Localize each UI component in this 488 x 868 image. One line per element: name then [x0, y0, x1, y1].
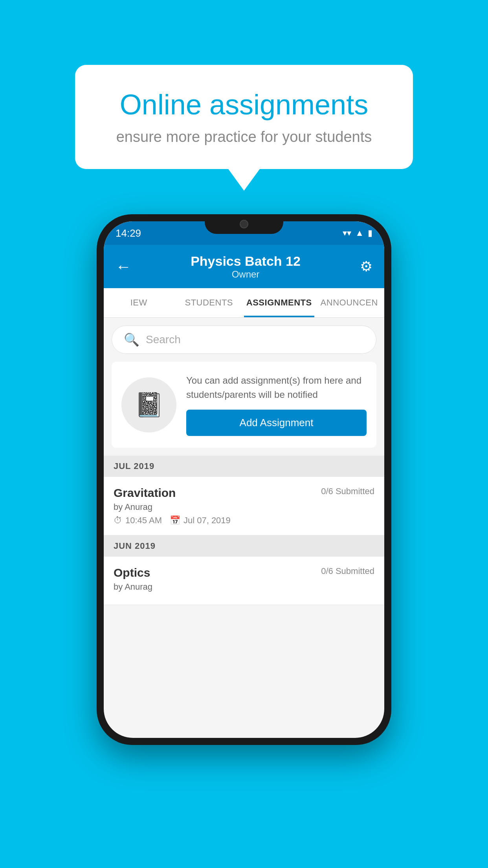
app-header: ← Physics Batch 12 Owner ⚙	[104, 245, 384, 288]
phone-camera	[240, 220, 248, 228]
phone-notch	[205, 214, 283, 234]
assignment-icon-circle: 📓	[121, 377, 176, 432]
speech-bubble: Online assignments ensure more practice …	[75, 65, 413, 169]
search-placeholder: Search	[146, 333, 181, 346]
phone-device: 14:29 ▾▾ ▲ ▮ ← Physics Batch 12 Owner ⚙	[97, 214, 391, 745]
speech-bubble-arrow	[228, 169, 260, 191]
wifi-icon: ▾▾	[343, 228, 351, 238]
search-bar[interactable]: 🔍 Search	[112, 326, 376, 354]
section-header-jul: JUL 2019	[104, 456, 384, 477]
section-header-jun: JUN 2019	[104, 535, 384, 557]
tab-students[interactable]: STUDENTS	[174, 288, 244, 317]
promo-subtitle: ensure more practice for your students	[103, 129, 385, 145]
tab-assignments[interactable]: ASSIGNMENTS	[244, 288, 314, 317]
battery-icon: ▮	[368, 228, 372, 238]
assignment-by: by Anurag	[114, 502, 374, 512]
assignment-title: Gravitation	[114, 486, 176, 500]
header-title: Physics Batch 12	[191, 254, 301, 269]
phone-frame: 14:29 ▾▾ ▲ ▮ ← Physics Batch 12 Owner ⚙	[97, 214, 391, 745]
tab-announcements[interactable]: ANNOUNCEN	[314, 288, 385, 317]
header-center: Physics Batch 12 Owner	[191, 254, 301, 280]
assignment-submitted-optics: 0/6 Submitted	[321, 566, 374, 576]
content-area: 🔍 Search 📓 You can add assignment(s) fro…	[104, 318, 384, 605]
signal-icon: ▲	[355, 228, 364, 238]
phone-screen: 14:29 ▾▾ ▲ ▮ ← Physics Batch 12 Owner ⚙	[104, 221, 384, 738]
assignment-top-row: Gravitation 0/6 Submitted	[114, 486, 374, 500]
empty-state-text: You can add assignment(s) from here and …	[186, 373, 367, 402]
tab-view[interactable]: IEW	[104, 288, 174, 317]
add-assignment-button[interactable]: Add Assignment	[186, 410, 367, 436]
clock-icon: ⏱	[114, 515, 122, 526]
assignment-date: 📅 Jul 07, 2019	[170, 515, 231, 526]
empty-state-card: 📓 You can add assignment(s) from here an…	[112, 362, 376, 448]
assignment-time: ⏱ 10:45 AM	[114, 515, 162, 526]
search-icon: 🔍	[124, 332, 139, 347]
promo-banner: Online assignments ensure more practice …	[75, 65, 413, 191]
assignment-top-row-optics: Optics 0/6 Submitted	[114, 566, 374, 579]
notebook-icon: 📓	[134, 391, 164, 419]
assignment-optics[interactable]: Optics 0/6 Submitted by Anurag	[104, 557, 384, 605]
assignment-by-optics: by Anurag	[114, 582, 374, 592]
status-icons: ▾▾ ▲ ▮	[343, 228, 372, 238]
status-time: 14:29	[116, 227, 141, 239]
header-subtitle: Owner	[191, 269, 301, 280]
back-button[interactable]: ←	[116, 258, 131, 276]
tabs-bar: IEW STUDENTS ASSIGNMENTS ANNOUNCEN	[104, 288, 384, 318]
assignment-title-optics: Optics	[114, 566, 150, 579]
promo-title: Online assignments	[103, 88, 385, 121]
calendar-icon: 📅	[170, 515, 180, 526]
assignment-submitted-count: 0/6 Submitted	[321, 486, 374, 497]
settings-button[interactable]: ⚙	[360, 258, 372, 275]
assignment-meta: ⏱ 10:45 AM 📅 Jul 07, 2019	[114, 515, 374, 526]
empty-state-content: You can add assignment(s) from here and …	[186, 373, 367, 436]
assignment-gravitation[interactable]: Gravitation 0/6 Submitted by Anurag ⏱ 10…	[104, 477, 384, 535]
